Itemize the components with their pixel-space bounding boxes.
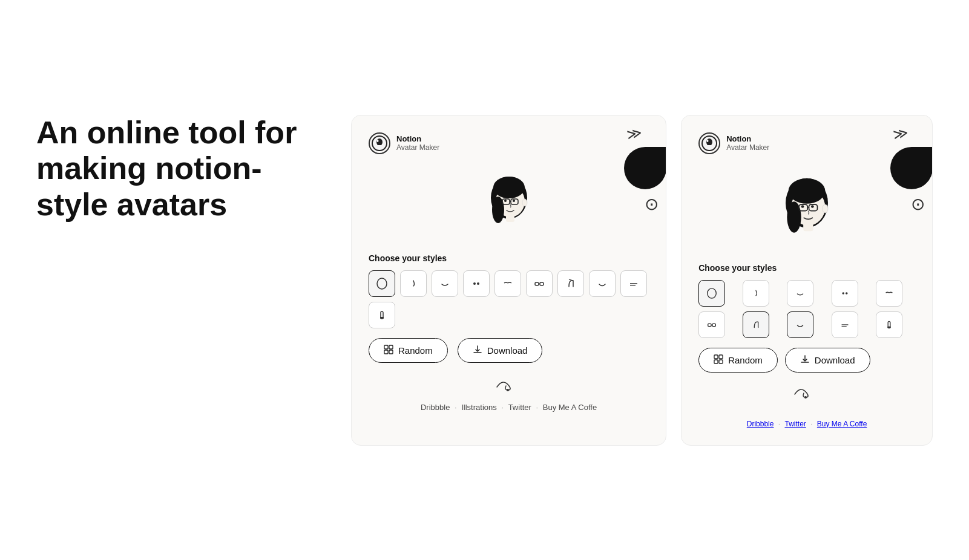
svg-point-13 — [522, 199, 527, 206]
svg-point-7 — [493, 177, 525, 198]
button-row-small: Random Download — [698, 348, 915, 373]
app-subtitle-small: Avatar Maker — [726, 143, 769, 152]
deco-spiral-large: ⊙ — [645, 194, 659, 214]
page-container: An online tool for making notion-style a… — [36, 115, 933, 446]
random-icon-small — [714, 354, 723, 366]
svg-point-45 — [708, 288, 717, 298]
svg-rect-49 — [712, 324, 715, 327]
style-dash-sm[interactable] — [832, 311, 858, 338]
card-header-large: Notion Avatar Maker — [369, 132, 649, 154]
style-nose-sm[interactable] — [743, 280, 769, 307]
card-large: Notion Avatar Maker ≫ ⊙ — [351, 115, 666, 446]
svg-rect-48 — [708, 324, 711, 327]
download-icon-small — [800, 354, 810, 366]
bottom-swirl-small — [698, 382, 915, 400]
random-icon-large — [384, 345, 393, 356]
cards-section: Notion Avatar Maker ≫ ⊙ — [351, 115, 933, 446]
random-label-small: Random — [728, 355, 763, 365]
logo-icon-large — [369, 132, 390, 154]
style-eyes[interactable] — [463, 270, 490, 297]
avatar-preview-large — [369, 166, 649, 239]
svg-rect-58 — [719, 360, 723, 363]
svg-rect-57 — [719, 355, 723, 359]
download-label-large: Download — [487, 345, 528, 356]
style-nose[interactable] — [400, 270, 427, 297]
logo-svg-large — [371, 135, 388, 152]
download-button-large[interactable]: Download — [458, 338, 543, 363]
hero-title-line2: making notion-style avatars — [36, 151, 262, 222]
logo-icon-small — [698, 132, 720, 154]
svg-point-43 — [823, 204, 828, 213]
bottom-swirl-large — [369, 375, 649, 393]
style-accessory-sm[interactable] — [876, 311, 902, 338]
svg-rect-14 — [506, 215, 514, 222]
style-eyebrows-sm[interactable] — [876, 280, 902, 307]
svg-rect-3 — [376, 145, 383, 148]
style-mouth-sm[interactable] — [787, 280, 813, 307]
style-mouth[interactable] — [432, 270, 458, 297]
style-face-sm[interactable] — [698, 280, 725, 307]
button-row-large: Random Download — [369, 338, 649, 363]
swirl-svg-small — [789, 382, 825, 400]
footer-dribbble-small[interactable]: Dribbble — [747, 420, 774, 428]
svg-point-29 — [507, 389, 509, 391]
app-subtitle-large: Avatar Maker — [396, 143, 439, 152]
avatar-svg-small — [764, 166, 849, 251]
svg-point-37 — [789, 178, 826, 203]
style-hair[interactable] — [557, 270, 584, 297]
style-eyebrows[interactable] — [494, 270, 521, 297]
style-face[interactable] — [369, 270, 395, 297]
svg-point-31 — [706, 138, 712, 146]
card-small: Notion Avatar Maker ≫ ⊙ — [681, 115, 933, 446]
style-options-large — [369, 270, 649, 328]
logo-svg-small — [701, 135, 718, 152]
svg-point-11 — [504, 200, 507, 202]
footer-buycoffe-small[interactable]: Buy Me A Coffe — [817, 420, 867, 428]
style-accessory[interactable] — [369, 302, 395, 328]
corner-decoration-small: ≫ ⊙ — [890, 125, 932, 214]
svg-point-15 — [377, 278, 387, 289]
deco-spiral-small: ⊙ — [911, 194, 925, 214]
style-smile-sm[interactable] — [787, 311, 813, 338]
deco-circle-small — [890, 147, 933, 189]
svg-point-47 — [846, 292, 848, 295]
svg-rect-54 — [887, 326, 890, 328]
swirl-svg-large — [491, 375, 527, 393]
svg-point-32 — [707, 140, 709, 142]
card-header-small: Notion Avatar Maker — [698, 132, 915, 154]
svg-rect-28 — [389, 350, 393, 354]
footer-twitter-small[interactable]: Twitter — [784, 420, 806, 428]
deco-lines-small: ≫ — [892, 124, 909, 143]
styles-label-large: Choose your styles — [369, 253, 649, 263]
style-dash[interactable] — [620, 270, 647, 297]
footer-dribbble-large[interactable]: Dribbble — [421, 403, 450, 412]
style-glasses-sm[interactable] — [698, 311, 725, 338]
app-name-large: Notion Avatar Maker — [396, 134, 439, 152]
style-glasses[interactable] — [526, 270, 553, 297]
avatar-svg-large — [473, 166, 545, 239]
hero-title: An online tool for making notion-style a… — [36, 115, 327, 223]
deco-circle-large — [624, 147, 666, 189]
svg-rect-44 — [803, 223, 813, 231]
download-button-small[interactable]: Download — [785, 348, 870, 373]
random-label-large: Random — [398, 345, 433, 356]
random-button-large[interactable]: Random — [369, 338, 448, 363]
footer-twitter-large[interactable]: Twitter — [508, 403, 531, 412]
corner-decoration-large: ≫ ⊙ — [624, 125, 666, 214]
styles-label-small: Choose your styles — [698, 263, 915, 273]
svg-rect-18 — [535, 282, 539, 285]
svg-point-42 — [811, 205, 814, 208]
footer-buycoffe-large[interactable]: Buy Me A Coffe — [543, 403, 597, 412]
random-button-small[interactable]: Random — [698, 348, 778, 373]
style-smile[interactable] — [589, 270, 616, 297]
style-hair-sm[interactable] — [743, 311, 769, 338]
svg-point-46 — [842, 292, 844, 295]
svg-point-16 — [473, 282, 476, 285]
footer-illustrations-large[interactable]: Illstrations — [461, 403, 497, 412]
style-options-small — [698, 280, 915, 338]
svg-point-2 — [377, 140, 379, 142]
style-eyes-sm[interactable] — [832, 280, 858, 307]
svg-rect-56 — [714, 360, 718, 363]
footer-links-large: Dribbble · Illstrations · Twitter · Buy … — [369, 403, 649, 412]
avatar-preview-small — [698, 166, 915, 251]
